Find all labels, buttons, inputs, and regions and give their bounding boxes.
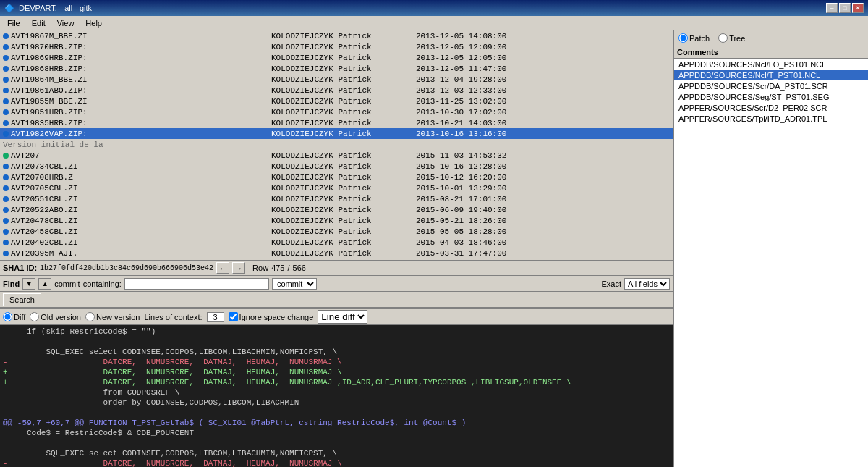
file-date: 2013-10-21 14:03:00: [416, 119, 532, 127]
file-dot-icon: [3, 131, 9, 137]
file-name: AVT19864M_BBE.ZI: [11, 75, 271, 84]
file-dot-icon: [3, 120, 9, 126]
file-date: 2015-05-21 18:26:00: [416, 216, 532, 225]
right-panel: Patch Tree Comments APPDDB/SOURCES/Ncl/L…: [673, 30, 868, 467]
file-name: AVT20734CBL.ZI: [11, 162, 271, 171]
tree-item[interactable]: APPDDB/SOURCES/Ncl/LO_PST01.NCL: [674, 59, 868, 70]
comments-label: Comments: [674, 46, 868, 59]
file-list-panel: AVT19867M_BBE.ZIKOLODZIEJCZYK Patrick201…: [0, 30, 673, 308]
context-label: Lines of context:: [144, 313, 202, 321]
ignore-space-checkbox[interactable]: Ignore space change: [229, 312, 314, 321]
file-date: 2015-04-03 18:46:00: [416, 238, 532, 247]
file-row[interactable]: AVT19870HRB.ZIP:KOLODZIEJCZYK Patrick201…: [0, 41, 673, 52]
close-button[interactable]: ✕: [852, 3, 864, 13]
file-author: KOLODZIEJCZYK Patrick: [271, 151, 416, 160]
file-author: KOLODZIEJCZYK Patrick: [271, 108, 416, 117]
diff-line: - DATCRE, NUMUSRCRE, DATMAJ, HEUMAJ, NUM…: [3, 357, 670, 367]
file-dot-icon: [3, 240, 9, 245]
file-date: 2015-08-21 17:01:00: [416, 195, 532, 203]
find-down-button[interactable]: ▼: [22, 278, 35, 290]
file-row[interactable]: AVT20551CBL.ZIKOLODZIEJCZYK Patrick2015-…: [0, 193, 673, 204]
file-date: 2015-03-31 17:47:00: [416, 249, 532, 258]
commit-label: commit: [54, 279, 80, 288]
tree-radio[interactable]: Tree: [718, 33, 745, 43]
tree-item[interactable]: APPDDB/SOURCES/Scr/DA_PST01.SCR: [674, 80, 868, 91]
maximize-button[interactable]: □: [839, 3, 851, 13]
tree-item[interactable]: APPDDB/SOURCES/Seg/ST_PST01.SEG: [674, 91, 868, 102]
sha-back-button[interactable]: ←: [216, 262, 229, 274]
file-name: AVT19870HRB.ZIP:: [11, 43, 271, 51]
find-up-button[interactable]: ▲: [38, 278, 51, 290]
file-row[interactable]: AVT19861ABO.ZIP:KOLODZIEJCZYK Patrick201…: [0, 85, 673, 96]
search-button[interactable]: Search: [3, 293, 41, 306]
file-row[interactable]: AVT19835HRB.ZIP:KOLODZIEJCZYK Patrick201…: [0, 117, 673, 128]
line-diff-dropdown[interactable]: Line diff: [318, 310, 367, 324]
file-name: AVT19851HRB.ZIP:: [11, 108, 271, 117]
file-author: KOLODZIEJCZYK Patrick: [271, 43, 416, 51]
file-dot-icon: [3, 33, 9, 39]
tree-item[interactable]: APPFER/SOURCES/Tpl/ITD_ADR01.TPL: [674, 113, 868, 124]
file-author: KOLODZIEJCZYK Patrick: [271, 162, 416, 171]
window-title: DEVPART: --all - gitk: [19, 4, 92, 12]
file-row[interactable]: AVT20395M_AJI.KOLODZIEJCZYK Patrick2015-…: [0, 248, 673, 258]
minimize-button[interactable]: –: [826, 3, 838, 13]
search-input[interactable]: [124, 278, 269, 290]
file-date: 2015-10-12 16:20:00: [416, 173, 532, 182]
file-row[interactable]: AVT19867M_BBE.ZIKOLODZIEJCZYK Patrick201…: [0, 30, 673, 41]
file-row[interactable]: AVT19826VAP.ZIP:KOLODZIEJCZYK Patrick201…: [0, 128, 673, 139]
file-dot-icon: [3, 174, 9, 180]
tree-item[interactable]: APPDDB/SOURCES/Ncl/T_PST01.NCL: [674, 70, 868, 80]
search-type-dropdown[interactable]: commit: [272, 278, 317, 290]
file-dot-icon: [3, 251, 9, 256]
file-name: AVT20705CBL.ZI: [11, 184, 271, 193]
menu-view[interactable]: View: [53, 18, 79, 28]
options-bar: Diff Old version New version Lines of co…: [0, 309, 673, 325]
context-input[interactable]: [207, 312, 224, 322]
file-row[interactable]: AVT207KOLODZIEJCZYK Patrick2015-11-03 14…: [0, 150, 673, 161]
file-row[interactable]: AVT19864M_BBE.ZIKOLODZIEJCZYK Patrick201…: [0, 74, 673, 85]
old-version-radio[interactable]: Old version: [30, 312, 81, 321]
file-author: KOLODZIEJCZYK Patrick: [271, 86, 416, 95]
file-row[interactable]: AVT19855M_BBE.ZIKOLODZIEJCZYK Patrick201…: [0, 96, 673, 106]
file-row[interactable]: AVT20458CBL.ZIKOLODZIEJCZYK Patrick2015-…: [0, 226, 673, 237]
sha-forward-button[interactable]: →: [232, 262, 245, 274]
file-author: KOLODZIEJCZYK Patrick: [271, 173, 416, 182]
diff-radio[interactable]: Diff: [3, 312, 25, 321]
file-dot-icon: [3, 77, 9, 83]
file-row[interactable]: AVT20478CBL.ZIKOLODZIEJCZYK Patrick2015-…: [0, 215, 673, 226]
tree-item[interactable]: APPFER/SOURCES/Scr/D2_PER02.SCR: [674, 102, 868, 113]
file-row[interactable]: AVT20705CBL.ZIKOLODZIEJCZYK Patrick2015-…: [0, 182, 673, 193]
file-dot-icon: [3, 44, 9, 50]
menu-file[interactable]: File: [3, 18, 25, 28]
file-row[interactable]: Version initial de la: [0, 139, 673, 150]
file-author: KOLODZIEJCZYK Patrick: [271, 195, 416, 203]
file-row[interactable]: AVT19851HRB.ZIP:KOLODZIEJCZYK Patrick201…: [0, 106, 673, 117]
app-icon: 🔷: [4, 4, 14, 13]
file-author: KOLODZIEJCZYK Patrick: [271, 97, 416, 106]
diff-content[interactable]: if (skip RestricCode$ = "") SQL_EXEC sel…: [0, 325, 673, 467]
file-list[interactable]: AVT19867M_BBE.ZIKOLODZIEJCZYK Patrick201…: [0, 30, 673, 260]
file-name: AVT19867M_BBE.ZI: [11, 32, 271, 41]
file-row[interactable]: AVT20734CBL.ZIKOLODZIEJCZYK Patrick2015-…: [0, 161, 673, 172]
file-row[interactable]: AVT19868HRB.ZIP:KOLODZIEJCZYK Patrick201…: [0, 63, 673, 74]
file-author: KOLODZIEJCZYK Patrick: [271, 216, 416, 225]
patch-radio[interactable]: Patch: [678, 33, 710, 43]
new-version-radio[interactable]: New version: [85, 312, 140, 321]
file-date: 2013-12-03 12:33:00: [416, 86, 532, 95]
file-tree[interactable]: APPDDB/SOURCES/Ncl/LO_PST01.NCLAPPDDB/SO…: [674, 59, 868, 467]
file-row[interactable]: AVT20402CBL.ZIKOLODZIEJCZYK Patrick2015-…: [0, 237, 673, 248]
file-author: KOLODZIEJCZYK Patrick: [271, 227, 416, 236]
file-name: AVT20402CBL.ZI: [11, 238, 271, 247]
menu-help[interactable]: Help: [81, 18, 106, 28]
file-date: 2015-05-05 18:28:00: [416, 227, 532, 236]
file-date: 2015-10-16 12:28:00: [416, 162, 532, 171]
menu-edit[interactable]: Edit: [27, 18, 50, 28]
all-fields-dropdown[interactable]: All fields: [624, 278, 670, 290]
file-row[interactable]: AVT19869HRB.ZIP:KOLODZIEJCZYK Patrick201…: [0, 52, 673, 63]
file-row[interactable]: AVT20522ABO.ZIKOLODZIEJCZYK Patrick2015-…: [0, 204, 673, 215]
file-row[interactable]: AVT20708HRB.ZKOLODZIEJCZYK Patrick2015-1…: [0, 172, 673, 182]
diff-line: from CODPOSREF \: [3, 387, 670, 397]
file-dot-icon: [3, 55, 9, 61]
find-label: Find: [3, 279, 20, 288]
file-date: 2013-12-05 11:47:00: [416, 64, 532, 73]
